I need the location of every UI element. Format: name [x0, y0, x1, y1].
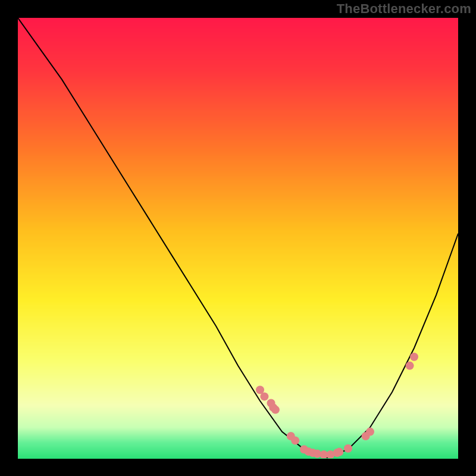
plot-area — [18, 18, 458, 458]
data-marker — [291, 436, 299, 444]
data-marker — [260, 392, 268, 400]
data-marker — [366, 428, 374, 436]
data-marker — [271, 406, 280, 414]
data-marker — [335, 448, 343, 456]
chart-frame: TheBottlenecker.com — [0, 0, 476, 476]
data-marker — [344, 444, 352, 453]
data-marker — [406, 362, 414, 370]
watermark-label: TheBottlenecker.com — [337, 1, 471, 17]
data-marker — [410, 353, 418, 361]
curve-overlay — [18, 18, 458, 458]
bottleneck-curve — [18, 18, 458, 458]
